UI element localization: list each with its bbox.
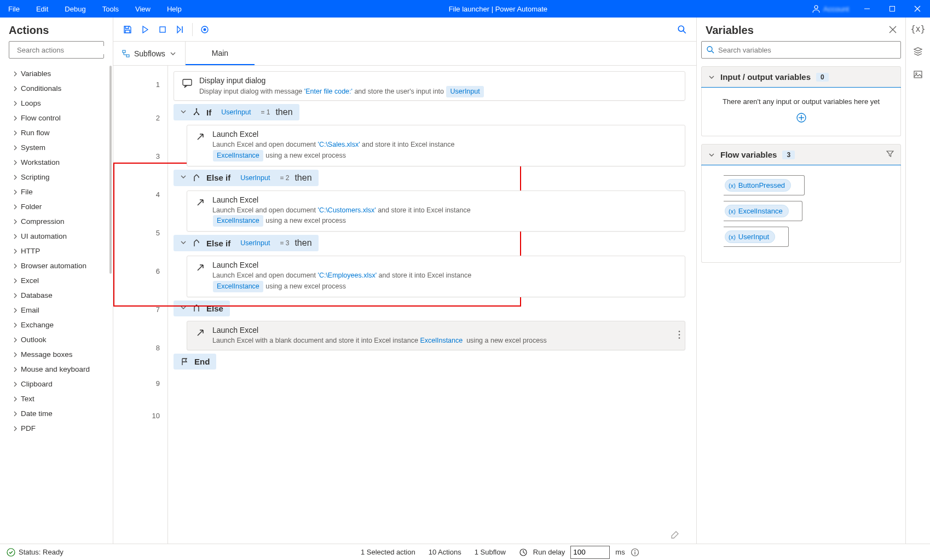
io-variables-body: There aren't any input or output variabl… xyxy=(701,88,901,136)
action-category-file[interactable]: File xyxy=(0,184,113,199)
collapse-icon[interactable] xyxy=(180,174,187,182)
search-flow-button[interactable] xyxy=(673,21,691,38)
more-button[interactable] xyxy=(678,330,680,340)
svg-rect-15 xyxy=(183,79,192,85)
action-category-system[interactable]: System xyxy=(0,140,113,155)
collapse-icon[interactable] xyxy=(180,108,187,117)
action-category-database[interactable]: Database xyxy=(0,288,113,303)
variables-search-input[interactable] xyxy=(718,46,896,54)
record-button[interactable] xyxy=(196,21,213,38)
designer-area: Subflows Main 12345678910 Display input … xyxy=(113,18,697,544)
step-launch-excel-blank[interactable]: Launch Excel Launch Excel with a blank d… xyxy=(187,321,685,351)
scrollbar-thumb[interactable] xyxy=(109,66,112,274)
action-category-http[interactable]: HTTP xyxy=(0,244,113,258)
step-display-input-dialog[interactable]: Display input dialog Display input dialo… xyxy=(174,71,685,101)
flow-canvas[interactable]: 12345678910 Display input dialog Display… xyxy=(113,66,696,544)
chevron-right-icon xyxy=(12,189,19,195)
action-category-date-time[interactable]: Date time xyxy=(0,406,113,421)
action-category-loops[interactable]: Loops xyxy=(0,96,113,111)
step-elseif-2[interactable]: Else if UserInput = 2 then xyxy=(174,170,319,186)
action-category-variables[interactable]: Variables xyxy=(0,66,113,81)
menu-help[interactable]: Help xyxy=(159,0,190,18)
action-category-excel[interactable]: Excel xyxy=(0,273,113,288)
action-category-flow-control[interactable]: Flow control xyxy=(0,111,113,125)
step-launch-excel-sales[interactable]: Launch Excel Launch Excel and open docum… xyxy=(187,125,685,166)
variables-rail-icon[interactable]: {x} xyxy=(910,24,925,34)
action-category-email[interactable]: Email xyxy=(0,303,113,317)
menu-debug[interactable]: Debug xyxy=(56,0,94,18)
action-category-clipboard[interactable]: Clipboard xyxy=(0,377,113,391)
collapse-icon[interactable] xyxy=(180,239,187,247)
flow-variables-header[interactable]: Flow variables 3 xyxy=(701,144,901,165)
step-button[interactable] xyxy=(171,21,189,38)
io-variables-header[interactable]: Input / output variables 0 xyxy=(701,66,901,88)
delay-input[interactable] xyxy=(570,546,610,559)
flow-variable-excelinstance[interactable]: (x) ExcelInstance xyxy=(724,201,802,221)
image-icon[interactable] xyxy=(913,70,923,81)
action-category-run-flow[interactable]: Run flow xyxy=(0,125,113,140)
step-launch-excel-employees[interactable]: Launch Excel Launch Excel and open docum… xyxy=(187,256,685,297)
step-elseif-3[interactable]: Else if UserInput = 3 then xyxy=(174,235,319,251)
step-else[interactable]: Else xyxy=(174,301,230,316)
flow-variable-userinput[interactable]: (x) UserInput xyxy=(724,227,789,247)
actions-tree[interactable]: VariablesConditionalsLoopsFlow controlRu… xyxy=(0,64,113,544)
step-description: Display input dialog with message 'Enter… xyxy=(199,86,484,97)
step-if[interactable]: If UserInput = 1 then xyxy=(174,104,299,120)
tab-main[interactable]: Main xyxy=(186,42,255,65)
chevron-right-icon xyxy=(12,366,19,373)
close-button[interactable] xyxy=(905,0,930,18)
minimize-button[interactable] xyxy=(854,0,880,18)
action-category-message-boxes[interactable]: Message boxes xyxy=(0,347,113,362)
menu-view[interactable]: View xyxy=(127,0,159,18)
run-button[interactable] xyxy=(136,21,154,38)
chevron-down-icon xyxy=(708,74,715,80)
action-category-conditionals[interactable]: Conditionals xyxy=(0,81,113,96)
action-category-compression[interactable]: Compression xyxy=(0,214,113,229)
layers-icon[interactable] xyxy=(913,46,923,57)
stop-button[interactable] xyxy=(154,21,171,38)
subflows-dropdown[interactable]: Subflows xyxy=(113,42,186,65)
eraser-icon[interactable] xyxy=(670,529,680,540)
svg-rect-2 xyxy=(890,7,895,11)
actions-search-input[interactable] xyxy=(17,46,109,54)
flow-variable-buttonpressed[interactable]: (x) ButtonPressed xyxy=(724,175,805,195)
variables-search[interactable] xyxy=(701,41,901,59)
chevron-right-icon xyxy=(12,218,19,225)
action-category-folder[interactable]: Folder xyxy=(0,199,113,214)
step-launch-excel-customers[interactable]: Launch Excel Launch Excel and open docum… xyxy=(187,190,685,232)
io-count-badge: 0 xyxy=(816,73,829,82)
selected-count: 1 Selected action xyxy=(361,548,415,556)
subflow-bar: Subflows Main xyxy=(113,42,696,66)
menu-tools[interactable]: Tools xyxy=(94,0,127,18)
action-category-outlook[interactable]: Outlook xyxy=(0,332,113,347)
svg-point-34 xyxy=(634,550,636,551)
action-category-pdf[interactable]: PDF xyxy=(0,421,113,436)
save-button[interactable] xyxy=(119,21,136,38)
maximize-button[interactable] xyxy=(880,0,905,18)
svg-point-11 xyxy=(678,26,684,31)
svg-rect-7 xyxy=(160,27,165,32)
close-vars-button[interactable] xyxy=(889,26,897,35)
step-end[interactable]: End xyxy=(174,354,216,370)
delay-unit: ms xyxy=(615,548,625,556)
action-category-browser-automation[interactable]: Browser automation xyxy=(0,258,113,273)
chevron-right-icon xyxy=(12,351,19,358)
collapse-icon[interactable] xyxy=(180,304,187,313)
action-category-mouse-and-keyboard[interactable]: Mouse and keyboard xyxy=(0,362,113,377)
subflow-icon xyxy=(122,50,130,57)
action-category-text[interactable]: Text xyxy=(0,391,113,406)
chevron-right-icon xyxy=(12,425,19,432)
filter-button[interactable] xyxy=(886,150,894,159)
branch-icon xyxy=(192,108,201,117)
info-icon[interactable] xyxy=(631,548,639,557)
action-category-workstation[interactable]: Workstation xyxy=(0,155,113,170)
menu-file[interactable]: File xyxy=(0,0,28,18)
action-category-exchange[interactable]: Exchange xyxy=(0,317,113,332)
add-io-variable-button[interactable] xyxy=(707,112,895,126)
actions-search[interactable] xyxy=(9,41,104,59)
account-badge[interactable]: Account xyxy=(806,4,854,13)
action-category-ui-automation[interactable]: UI automation xyxy=(0,229,113,244)
chevron-right-icon xyxy=(12,204,19,210)
action-category-scripting[interactable]: Scripting xyxy=(0,170,113,184)
menu-edit[interactable]: Edit xyxy=(28,0,56,18)
